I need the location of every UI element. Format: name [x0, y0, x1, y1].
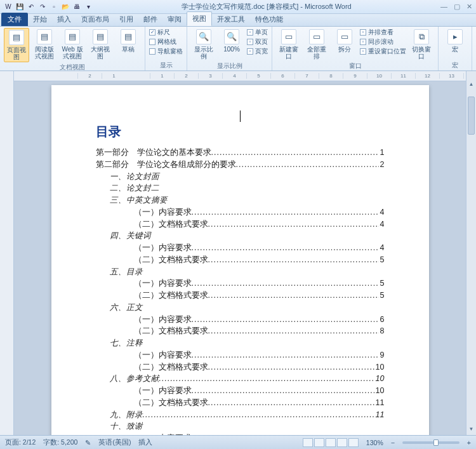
toc-row[interactable]: （一）内容要求10 — [96, 385, 385, 397]
toc-row[interactable]: （二）文档格式要求8 — [96, 325, 385, 337]
toc-row[interactable]: 八、参考文献10 — [96, 373, 385, 385]
zoom-opt-2[interactable]: ▫页宽 — [247, 47, 268, 56]
tab-8[interactable]: 特色功能 — [250, 13, 288, 26]
ruler-tick: 6 — [270, 73, 294, 79]
show-check-2[interactable]: 导航窗格 — [149, 47, 183, 56]
toc-row[interactable]: 七、注释 — [96, 337, 385, 349]
toc-row[interactable]: 三、中英文摘要 — [96, 194, 385, 206]
toc-row[interactable]: 四、关键词 — [96, 230, 385, 242]
zoom-plus-icon[interactable]: + — [467, 439, 471, 446]
window-btn-0[interactable]: ▭新建窗口 — [276, 28, 301, 61]
tab-5[interactable]: 审阅 — [162, 13, 187, 26]
toc-row[interactable]: 五、目录 — [96, 266, 385, 278]
view-fullread-button[interactable] — [314, 438, 324, 447]
scroll-down-icon[interactable]: ▼ — [466, 426, 476, 435]
toc-row[interactable]: （二）文档格式要求4 — [96, 218, 385, 231]
toc-entry-label: 五、目录 — [110, 266, 143, 278]
new-doc-icon[interactable]: ▫ — [50, 3, 58, 11]
view-print-button[interactable] — [303, 438, 313, 447]
window-opt-label: 重设窗口位置 — [368, 47, 406, 56]
zoom-opt-0[interactable]: ▫单页 — [247, 28, 268, 37]
zoom-opt-1[interactable]: ▫双页 — [247, 37, 268, 46]
window-opt-1[interactable]: ▫同步滚动 — [360, 37, 406, 46]
show-check-0[interactable]: ✓标尺 — [149, 28, 183, 37]
toc-entry-label: （二）文档格式要求 — [134, 218, 208, 231]
toc-row[interactable]: 二、论文封二 — [96, 182, 385, 194]
show-check-1[interactable]: 网格线 — [149, 37, 183, 46]
view-btn-0[interactable]: ▤页面视图 — [4, 28, 29, 62]
vertical-scrollbar[interactable]: ▲ ▼ — [466, 71, 476, 435]
scroll-up-icon[interactable]: ▲ — [466, 81, 476, 90]
toc-row[interactable]: 第一部分 学位论文的基本要求1 — [96, 147, 385, 159]
toc-row[interactable]: （一）内容要求4 — [96, 242, 385, 254]
tab-7[interactable]: 开发工具 — [212, 13, 250, 26]
zoom-handle[interactable] — [433, 439, 439, 446]
toc-row[interactable]: （二）文档格式要求10 — [96, 361, 385, 373]
ribbon-tabs: 文件 开始插入页面布局引用邮件审阅视图开发工具特色功能 — [0, 14, 476, 27]
toc-row[interactable]: 十、致谢 — [96, 420, 385, 432]
view-btn-2[interactable]: ▤Web 版式视图 — [60, 28, 85, 61]
zoom-btn-0[interactable]: 🔍显示比例 — [191, 28, 216, 61]
undo-icon[interactable]: ↶ — [27, 3, 36, 11]
window-btn-2[interactable]: ▭拆分 — [332, 28, 357, 54]
macro-button[interactable]: ▸ 宏 — [442, 28, 468, 54]
toc-row[interactable]: 九、附录11 — [96, 409, 385, 421]
tab-0[interactable]: 开始 — [28, 13, 52, 26]
ruler-tick: 2 — [174, 73, 198, 79]
toc-leader — [151, 230, 385, 242]
status-zoom[interactable]: 130% — [366, 439, 383, 446]
toc-row[interactable]: 第二部分 学位论文各组成部分的要求2 — [96, 159, 385, 171]
document-area[interactable]: 目录 第一部分 学位论文的基本要求1第二部分 学位论文各组成部分的要求2一、论文… — [14, 71, 466, 435]
status-page[interactable]: 页面: 2/12 — [5, 438, 36, 447]
close-button[interactable]: ✕ — [466, 3, 472, 11]
tab-1[interactable]: 插入 — [52, 13, 76, 26]
zoom-icon: 🔍 — [196, 29, 211, 44]
view-btn-4[interactable]: ▤草稿 — [116, 28, 141, 54]
view-outline-button[interactable] — [337, 438, 347, 447]
view-btn-3[interactable]: ▤大纲视图 — [88, 28, 113, 61]
view-draft-button[interactable] — [348, 438, 359, 447]
scroll-thumb[interactable] — [468, 97, 475, 135]
toc-row[interactable]: （一）内容要求4 — [96, 206, 385, 218]
open-icon[interactable]: 📂 — [61, 3, 70, 11]
status-words[interactable]: 字数: 5,200 — [43, 438, 77, 447]
tab-2[interactable]: 页面布局 — [76, 13, 114, 26]
view-web-button[interactable] — [326, 438, 336, 447]
toc-row[interactable]: （二）文档格式要求5 — [96, 254, 385, 266]
status-mode[interactable]: 插入 — [138, 438, 152, 447]
minimize-button[interactable]: — — [440, 3, 447, 11]
toc-entry-label: 十、致谢 — [110, 420, 143, 432]
toc-entry-label: 七、注释 — [110, 337, 143, 349]
save-icon[interactable]: 💾 — [15, 3, 24, 11]
toc-entry-label: 第一部分 学位论文的基本要求 — [96, 147, 211, 159]
proofing-icon[interactable]: ✎ — [85, 439, 91, 446]
zoom-minus-icon[interactable]: − — [391, 439, 395, 446]
redo-icon[interactable]: ↷ — [38, 3, 47, 11]
toc-leader — [159, 171, 385, 183]
window-btn-1[interactable]: ▭全部重排 — [304, 28, 329, 61]
zoom-btn-1[interactable]: 🔍100% — [219, 28, 244, 54]
window-opt-0[interactable]: ▫并排查看 — [360, 28, 406, 37]
window-opt-2[interactable]: ▫重设窗口位置 — [360, 47, 406, 56]
tab-6[interactable]: 视图 — [187, 11, 212, 26]
maximize-button[interactable]: ▢ — [454, 3, 460, 11]
toc-row[interactable]: （一）内容要求6 — [96, 314, 385, 326]
view-btn-1[interactable]: ▤阅读版式视图 — [32, 28, 57, 61]
toc-row[interactable]: （二）文档格式要求11 — [96, 397, 385, 409]
toc-row[interactable]: 一、论文封面 — [96, 171, 385, 183]
window-icon: ▭ — [337, 29, 352, 44]
zoom-slider[interactable] — [402, 441, 459, 444]
tab-file[interactable]: 文件 — [1, 13, 28, 26]
toc-row[interactable]: （一）内容要求9 — [96, 349, 385, 361]
status-language[interactable]: 英语(美国) — [98, 438, 131, 447]
zoom-icon: 🔍 — [224, 29, 239, 44]
print-icon[interactable]: 🖶 — [72, 3, 81, 11]
tab-4[interactable]: 邮件 — [138, 13, 162, 26]
toc-row[interactable]: （一）内容要求5 — [96, 278, 385, 290]
checkbox-icon: ✓ — [149, 29, 155, 36]
tab-3[interactable]: 引用 — [114, 13, 138, 26]
toc-row[interactable]: 六、正文 — [96, 302, 385, 314]
qat-dropdown-icon[interactable]: ▾ — [84, 3, 93, 11]
switch-window-button[interactable]: ⧉切换窗口 — [409, 28, 434, 61]
toc-row[interactable]: （二）文档格式要求5 — [96, 290, 385, 302]
